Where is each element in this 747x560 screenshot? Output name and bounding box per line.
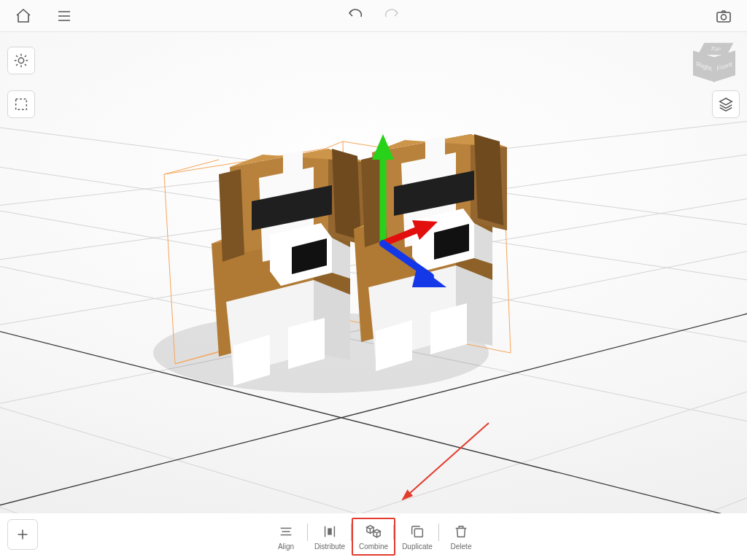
lighting-button[interactable] <box>7 47 35 74</box>
home-icon <box>15 7 32 25</box>
home-button[interactable] <box>12 4 35 28</box>
duplicate-label: Duplicate <box>402 542 433 551</box>
svg-line-5 <box>0 236 747 451</box>
distribute-label: Distribute <box>314 542 345 551</box>
layers-button[interactable] <box>712 90 740 118</box>
svg-line-6 <box>0 364 747 513</box>
svg-line-66 <box>16 64 18 66</box>
viewcube-right[interactable]: Right <box>693 50 715 82</box>
align-label: Align <box>278 542 294 551</box>
top-toolbar <box>0 0 747 32</box>
redo-button[interactable] <box>380 4 403 28</box>
screenshot-button[interactable] <box>712 4 735 28</box>
svg-line-9 <box>0 134 747 280</box>
svg-rect-0 <box>717 12 730 22</box>
distribute-tool[interactable]: Distribute <box>308 518 352 556</box>
combine-icon <box>365 524 382 540</box>
combine-label: Combine <box>359 542 388 551</box>
sun-icon <box>13 52 29 69</box>
undo-button[interactable] <box>344 4 367 28</box>
undo-icon <box>347 7 364 25</box>
duplicate-icon <box>409 524 425 540</box>
svg-line-15 <box>0 276 747 513</box>
svg-line-4 <box>0 185 747 368</box>
camera-icon <box>715 7 732 25</box>
viewcube-front[interactable]: Front <box>713 50 735 82</box>
align-tool[interactable]: Align <box>264 518 308 556</box>
delete-label: Delete <box>451 542 472 551</box>
viewport[interactable] <box>0 32 747 513</box>
svg-rect-68 <box>16 99 27 110</box>
svg-line-12 <box>0 346 747 513</box>
duplicate-tool[interactable]: Duplicate <box>395 518 439 556</box>
svg-line-3 <box>0 145 747 302</box>
combine-tool[interactable]: Combine <box>352 518 395 556</box>
menu-button[interactable] <box>53 4 76 28</box>
svg-line-11 <box>0 222 747 433</box>
svg-line-64 <box>16 55 18 57</box>
ground-grid <box>0 32 747 513</box>
align-icon <box>278 524 294 540</box>
svg-point-1 <box>721 15 727 20</box>
delete-tool[interactable]: Delete <box>439 518 483 556</box>
svg-line-65 <box>25 64 26 66</box>
svg-point-59 <box>18 58 23 63</box>
svg-rect-75 <box>328 528 332 534</box>
distribute-icon <box>322 524 338 540</box>
bottom-toolbar: Align Distribute Combine Duplicate Delet… <box>0 513 747 560</box>
svg-line-67 <box>25 55 26 57</box>
svg-rect-77 <box>414 529 422 537</box>
svg-line-10 <box>0 174 747 349</box>
hamburger-icon <box>55 7 73 25</box>
layers-icon <box>718 96 734 112</box>
svg-line-8 <box>0 105 747 222</box>
svg-line-7 <box>0 455 747 513</box>
trash-icon <box>453 524 469 540</box>
view-cube[interactable]: Top Right Front <box>692 41 737 86</box>
frame-icon <box>13 96 29 112</box>
redo-icon <box>383 7 400 25</box>
frame-selection-button[interactable] <box>7 90 35 118</box>
